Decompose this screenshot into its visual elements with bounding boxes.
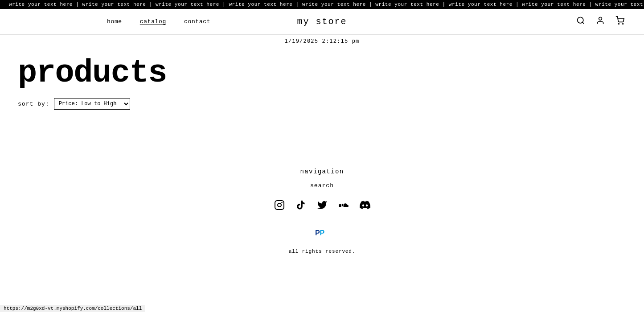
instagram-link[interactable] <box>274 200 285 213</box>
discord-link[interactable] <box>360 200 370 213</box>
logo-text: my store <box>297 16 347 27</box>
footer-search-link[interactable]: search <box>18 182 626 189</box>
site-logo[interactable]: my store <box>297 16 347 27</box>
nav-link-contact[interactable]: contact <box>184 18 210 25</box>
ticker-bar: write your text here | write your text h… <box>0 0 644 9</box>
tiktok-link[interactable] <box>295 200 306 213</box>
tiktok-icon <box>295 200 306 210</box>
twitter-icon <box>317 200 328 210</box>
svg-text:P: P <box>320 229 324 237</box>
svg-line-1 <box>582 22 584 24</box>
nav-link-home[interactable]: home <box>107 18 122 25</box>
sort-label: sort by: <box>18 101 49 107</box>
paypal-area: P P <box>18 227 626 242</box>
soundcloud-icon <box>338 200 349 210</box>
nav-links: home catalog contact <box>107 18 210 25</box>
svg-point-2 <box>599 17 602 21</box>
cart-button[interactable] <box>614 14 626 29</box>
account-button[interactable] <box>594 14 607 29</box>
nav-link-catalog[interactable]: catalog <box>140 18 166 25</box>
ticker-text: write your text here | write your text h… <box>9 2 644 7</box>
status-bar: https://m2g0xd-vt.myshopify.com/collecti… <box>0 305 145 312</box>
footer-nav-title: navigation <box>18 168 626 175</box>
timestamp-bar: 1/19/2025 2:12:15 pm <box>0 35 644 48</box>
nav-icons <box>574 14 626 29</box>
search-button[interactable] <box>574 14 587 29</box>
sort-select[interactable]: Price: Low to High Price: High to Low Al… <box>54 98 130 110</box>
footer: navigation search <box>0 150 644 263</box>
social-icons <box>18 200 626 213</box>
svg-point-6 <box>278 203 281 207</box>
svg-point-4 <box>623 24 623 25</box>
soundcloud-link[interactable] <box>338 200 349 213</box>
search-icon <box>576 16 585 25</box>
timestamp-value: 1/19/2025 2:12:15 pm <box>284 38 359 45</box>
svg-rect-5 <box>275 201 284 209</box>
rights-text: all rights reserved. <box>18 249 626 254</box>
twitter-link[interactable] <box>317 200 328 213</box>
sort-bar: sort by: Price: Low to High Price: High … <box>18 98 626 110</box>
page-title: products <box>18 57 626 89</box>
main-content: products sort by: Price: Low to High Pri… <box>0 48 644 150</box>
cart-icon <box>615 16 624 25</box>
discord-icon <box>360 200 370 210</box>
instagram-icon <box>274 200 285 210</box>
status-url: https://m2g0xd-vt.myshopify.com/collecti… <box>4 306 142 311</box>
svg-point-0 <box>578 17 583 23</box>
svg-text:P: P <box>315 229 320 237</box>
paypal-icon: P P <box>313 227 331 239</box>
main-nav: my store home catalog contact <box>0 9 644 35</box>
svg-point-3 <box>619 24 619 25</box>
svg-point-7 <box>281 202 282 203</box>
account-icon <box>596 16 605 25</box>
ticker-inner: write your text here | write your text h… <box>0 2 644 7</box>
